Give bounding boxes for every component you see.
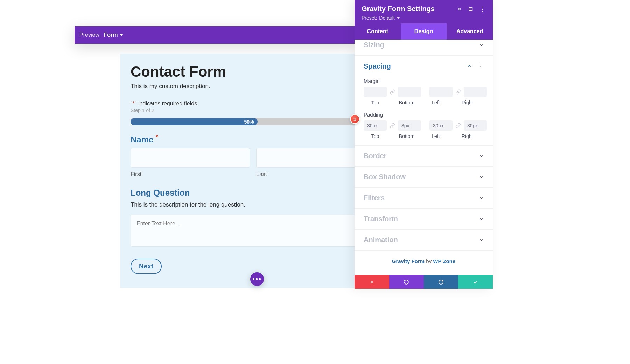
panel-body[interactable]: Sizing Spacing ⋮ Margin — [355, 40, 493, 275]
redo-button[interactable] — [424, 275, 458, 289]
dock-icon[interactable] — [468, 7, 473, 12]
preset-value: Default — [379, 15, 394, 21]
panel-title: Gravity Form Settings — [362, 5, 435, 13]
form-title: Contact Form — [131, 63, 376, 80]
footer-by: by — [425, 258, 433, 264]
margin-left-input[interactable] — [429, 87, 453, 97]
footer-link-gravity-form[interactable]: Gravity Form — [392, 258, 425, 264]
panel-header: Gravity Form Settings ⋮ Preset: Default — [355, 0, 493, 23]
undo-button[interactable] — [389, 275, 424, 289]
tip-badge-label: 1 — [354, 116, 356, 122]
section-sizing[interactable]: Sizing — [355, 40, 493, 56]
chevron-down-icon — [479, 175, 484, 180]
margin-top-input[interactable] — [364, 87, 387, 97]
long-question-input[interactable] — [131, 215, 384, 247]
caret-down-icon[interactable] — [120, 34, 123, 36]
name-row: First Last — [131, 148, 376, 177]
section-transform[interactable]: Transform — [355, 209, 493, 230]
margin-left-label: Left — [424, 100, 447, 105]
svg-point-1 — [459, 9, 460, 9]
footer-credit: Gravity Form by WP Zone — [355, 251, 493, 272]
chevron-down-icon — [479, 154, 484, 159]
form-preview-area: Contact Form This is my custom descripti… — [120, 54, 386, 288]
preview-label: Preview: — [79, 32, 101, 38]
preset-label: Preset: — [362, 15, 377, 21]
floating-action-button[interactable]: ••• — [250, 272, 264, 286]
first-name-sublabel: First — [131, 171, 250, 177]
padding-top-label: Top — [364, 133, 387, 139]
preset-selector[interactable]: Preset: Default — [362, 15, 486, 21]
progress-bar: 50% — [131, 118, 384, 125]
link-icon[interactable] — [455, 123, 461, 128]
spacing-content: Margin Top — [355, 78, 493, 146]
progress-fill: 50% — [131, 118, 258, 125]
first-name-input[interactable] — [131, 148, 250, 168]
padding-bottom-label: Bottom — [395, 133, 418, 139]
tab-advanced[interactable]: Advanced — [447, 23, 493, 40]
chevron-up-icon — [467, 64, 472, 69]
svg-rect-2 — [469, 7, 472, 10]
section-border[interactable]: Border — [355, 146, 493, 167]
asterisk-icon: * — [156, 134, 158, 141]
link-icon[interactable] — [390, 89, 395, 95]
padding-right-label: Right — [456, 133, 479, 139]
margin-row — [364, 87, 484, 97]
margin-top-label: Top — [364, 100, 387, 105]
required-note-suffix: " indicates required fields — [135, 100, 197, 106]
kebab-icon[interactable]: ⋮ — [477, 62, 484, 70]
confirm-button[interactable] — [458, 275, 493, 289]
section-label-border: Border — [364, 152, 387, 160]
settings-panel: Gravity Form Settings ⋮ Preset: Default … — [355, 0, 493, 289]
section-spacing[interactable]: Spacing ⋮ — [355, 56, 493, 77]
section-animation[interactable]: Animation — [355, 230, 493, 251]
padding-label: Padding — [364, 112, 484, 118]
chevron-down-icon — [479, 43, 484, 48]
padding-left-label: Left — [424, 133, 447, 139]
chevron-down-icon — [479, 238, 484, 243]
margin-right-label: Right — [456, 100, 479, 105]
padding-right-input[interactable] — [464, 120, 487, 131]
caret-down-icon — [397, 17, 400, 19]
link-icon[interactable] — [455, 89, 461, 95]
close-button[interactable] — [355, 275, 389, 289]
padding-row — [364, 120, 484, 131]
section-filters[interactable]: Filters — [355, 188, 493, 209]
margin-bottom-input[interactable] — [398, 87, 421, 97]
padding-top-input[interactable] — [364, 120, 387, 131]
section-label-spacing: Spacing — [364, 62, 391, 70]
tip-badge-1[interactable]: 1 — [350, 114, 360, 124]
required-note: "*" indicates required fields — [131, 100, 376, 107]
name-label-text: Name — [131, 135, 153, 144]
margin-label: Margin — [364, 78, 484, 84]
preview-value[interactable]: Form — [104, 32, 118, 38]
progress-label: 50% — [244, 119, 254, 125]
margin-right-input[interactable] — [464, 87, 487, 97]
next-button[interactable]: Next — [131, 259, 162, 274]
long-question-desc: This is the description for the long que… — [131, 201, 376, 208]
section-label-sizing: Sizing — [364, 41, 384, 49]
form-description: This is my custom description. — [131, 83, 376, 90]
margin-bottom-label: Bottom — [395, 100, 418, 105]
preview-bar: Preview: Form — [75, 26, 355, 44]
tab-content[interactable]: Content — [355, 23, 401, 40]
section-label-animation: Animation — [364, 236, 398, 244]
padding-left-input[interactable] — [429, 120, 453, 131]
link-icon[interactable] — [390, 123, 395, 128]
chevron-down-icon — [479, 196, 484, 201]
name-field-label: Name * — [131, 134, 376, 145]
chevron-down-icon — [479, 217, 484, 222]
long-question-label: Long Question — [131, 188, 376, 198]
footer-link-wp-zone[interactable]: WP Zone — [433, 258, 455, 264]
expand-icon[interactable] — [457, 7, 462, 12]
padding-bottom-input[interactable] — [398, 120, 421, 131]
section-box-shadow[interactable]: Box Shadow — [355, 167, 493, 188]
panel-footer — [355, 275, 493, 289]
step-indicator: Step 1 of 2 — [131, 107, 376, 113]
section-label-filters: Filters — [364, 194, 385, 202]
panel-tabs: Content Design Advanced — [355, 23, 493, 40]
section-label-transform: Transform — [364, 215, 398, 223]
section-label-box-shadow: Box Shadow — [364, 173, 406, 181]
tab-design[interactable]: Design — [401, 23, 447, 40]
first-name-col: First — [131, 148, 250, 177]
kebab-icon[interactable]: ⋮ — [479, 5, 486, 13]
